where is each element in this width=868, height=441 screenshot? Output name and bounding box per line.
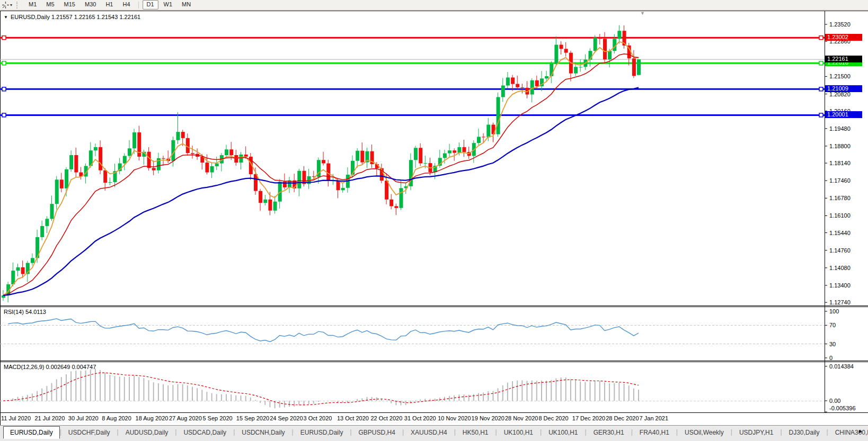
timeframe-button-h4[interactable]: H4 <box>118 0 134 10</box>
chart-tab-usdchf-daily[interactable]: USDCHF,Daily <box>61 427 117 439</box>
chart-tab-ger30-h1[interactable]: GER30,H1 <box>587 427 631 439</box>
macd-indicator-label: MACD(12,26,9) 0.002649 0.004747 <box>4 364 96 370</box>
timeframe-button-m15[interactable]: M15 <box>60 0 79 10</box>
price-tick-label: 1.14080 <box>829 265 851 271</box>
toolbar-grip <box>16 2 20 8</box>
chart-tab-bar: EURUSD,Daily|USDCHF,Daily|AUDUSD,Daily|U… <box>0 425 868 441</box>
price-tick-label: 1.19480 <box>829 125 851 132</box>
date-axis-label: 28 Nov 2020 <box>505 415 538 421</box>
chevron-down-icon[interactable]: ▾ <box>10 3 12 7</box>
date-axis-label: 7 Jan 2021 <box>640 415 668 421</box>
date-axis-label: 19 Nov 2020 <box>472 415 504 421</box>
collapse-triangle-icon[interactable]: ▼ <box>4 15 8 20</box>
date-axis-label: 24 Sep 2020 <box>270 415 303 421</box>
timeframe-button-m1[interactable]: M1 <box>24 0 41 10</box>
timeframe-toolbar: ▾ M1M5M15M30H1H4D1W1MN <box>0 0 868 10</box>
date-axis-label: 22 Oct 2020 <box>370 415 402 421</box>
price-tick-label: 1.17460 <box>829 177 851 184</box>
chart-tab-gbpusd-h4[interactable]: GBPUSD,H4 <box>352 427 402 439</box>
mt4-window: { "icons": { "collapse_triangle": "▼", "… <box>0 0 868 441</box>
chart-tab-eurusd-daily[interactable]: EURUSD,Daily <box>3 426 60 439</box>
date-axis-label: 17 Dec 2020 <box>572 415 605 421</box>
tab-scroll-right-icon[interactable]: ► <box>856 428 865 434</box>
rsi-tick-label: 30 <box>829 341 836 347</box>
rsi-tick-label: 0 <box>829 355 832 361</box>
price-level-tag: 1.23002 <box>825 34 862 41</box>
timeframe-button-h1[interactable]: H1 <box>101 0 117 10</box>
chart-tab-usdcnh-daily[interactable]: USDCNH,Daily <box>235 427 291 439</box>
price-tick-label: 1.13400 <box>829 282 851 289</box>
date-axis-label: 8 Aug 2020 <box>102 415 131 421</box>
date-axis-label: 27 Aug 2020 <box>169 415 202 421</box>
date-axis-label: 28 Dec 2020 <box>606 415 639 421</box>
date-axis-label: 10 Nov 2020 <box>438 415 471 421</box>
macd-tick-label: 0.014384 <box>829 363 854 370</box>
price-tick-label: 1.14760 <box>829 247 851 254</box>
tab-scroll-left-icon[interactable]: ◄ <box>845 428 854 434</box>
price-tick-label: 1.12740 <box>829 299 851 305</box>
chart-tab-fra40-h1[interactable]: FRA40,H1 <box>633 427 676 439</box>
date-axis-label: 18 Aug 2020 <box>136 415 169 421</box>
price-tick-label: 1.18800 <box>829 143 851 149</box>
chart-title-text: EURUSD,Daily 1.21557 1.22165 1.21543 1.2… <box>11 14 140 20</box>
price-tick-label: 1.16100 <box>829 212 851 219</box>
right-shift-marker-icon[interactable]: ▼ <box>640 11 645 16</box>
rsi-tick-label: 100 <box>829 308 839 314</box>
current-price-tag: 1.22161 <box>825 56 862 62</box>
chart-tab-usoil-weekly[interactable]: USOil,Weekly <box>678 427 731 439</box>
date-axis-label: 30 Jul 2020 <box>68 415 99 421</box>
rsi-indicator-label: RSI(14) 54.0113 <box>4 309 46 315</box>
chart-tab-usdcad-daily[interactable]: USDCAD,Daily <box>176 427 233 439</box>
price-level-tag: 1.21009 <box>825 85 862 92</box>
chart-tab-hk50-h1[interactable]: HK50,H1 <box>456 427 495 439</box>
chart-title: ▼EURUSD,Daily 1.21557 1.22165 1.21543 1.… <box>4 14 140 20</box>
crosshair-cursor-icon[interactable] <box>2 1 10 9</box>
price-tick-label: 1.15440 <box>829 230 851 236</box>
price-tick-label: 1.16780 <box>829 195 851 201</box>
chart-canvas[interactable] <box>0 0 868 441</box>
date-axis-label: 8 Dec 2020 <box>538 415 568 421</box>
timeframe-button-mn[interactable]: MN <box>178 0 195 10</box>
timeframe-button-d1[interactable]: D1 <box>143 0 158 10</box>
macd-tick-label: -0.005396 <box>829 405 856 411</box>
toolbar-separator <box>138 2 139 8</box>
price-tick-label: 1.21500 <box>829 73 851 79</box>
timeframe-button-m5[interactable]: M5 <box>42 0 58 10</box>
price-tick-label: 1.18140 <box>829 160 851 166</box>
tab-scroll-arrows: ◄ ► <box>845 428 865 434</box>
date-axis-label: 5 Sep 2020 <box>202 415 232 421</box>
chart-tab-eurusd-daily-2[interactable]: EURUSD,Daily <box>294 427 350 439</box>
chart-tab-uk100-h1[interactable]: UK100,H1 <box>497 427 540 439</box>
chart-tab-audusd-daily[interactable]: AUDUSD,Daily <box>119 427 175 439</box>
date-axis-label: 3 Oct 2020 <box>304 415 332 421</box>
timeframe-button-w1[interactable]: W1 <box>160 0 177 10</box>
date-axis-label: 21 Jul 2020 <box>34 415 65 421</box>
macd-tick-label: 0.00 <box>829 398 840 404</box>
date-axis-label: 31 Oct 2020 <box>404 415 436 421</box>
timeframe-button-m30[interactable]: M30 <box>81 0 100 10</box>
price-level-tag: 1.20001 <box>825 111 862 118</box>
date-axis-label: 13 Oct 2020 <box>337 415 369 421</box>
chart-tab-xauusd-h4[interactable]: XAUUSD,H4 <box>404 427 454 439</box>
price-tick-label: 1.23520 <box>829 21 851 28</box>
chart-tab-usdjpy-h1[interactable]: USDJPY,H1 <box>732 427 780 439</box>
date-axis-label: 15 Sep 2020 <box>236 415 269 421</box>
rsi-tick-label: 70 <box>829 322 836 328</box>
date-axis-label: 11 Jul 2020 <box>1 415 31 421</box>
chart-tab-uk100-h1[interactable]: UK100,H1 <box>542 427 584 439</box>
chart-tab-dj30-daily[interactable]: DJ30,Daily <box>782 427 827 439</box>
